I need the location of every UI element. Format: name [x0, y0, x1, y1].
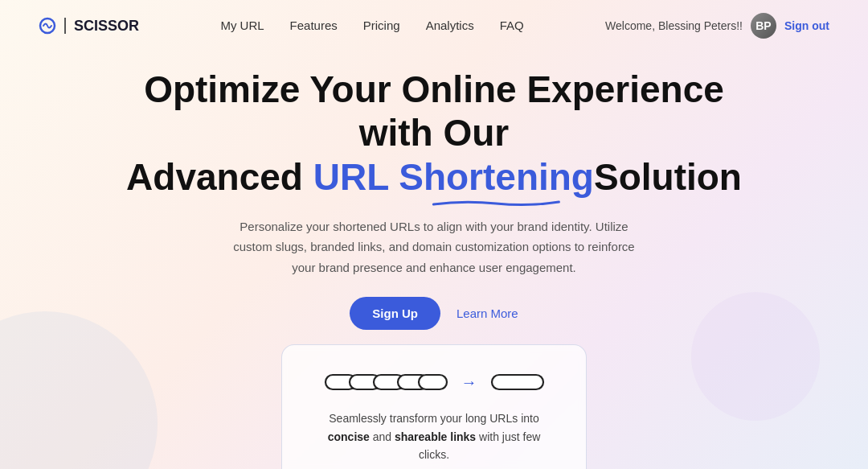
long-chain: [324, 369, 448, 395]
nav-links: My URL Features Pricing Analytics FAQ: [220, 19, 523, 33]
chain-svg-long: [324, 369, 448, 395]
logo-icon: [39, 17, 56, 35]
avatar-image: BP: [751, 13, 776, 39]
nav-pricing[interactable]: Pricing: [363, 19, 400, 32]
welcome-text: Welcome, Blessing Peters!!: [605, 19, 743, 32]
arrow-icon: →: [461, 373, 477, 392]
navbar: SCISSOR My URL Features Pricing Analytic…: [0, 0, 868, 51]
title-url: URL: [313, 156, 399, 198]
nav-faq[interactable]: FAQ: [500, 19, 524, 32]
signout-button[interactable]: Sign out: [784, 19, 829, 32]
logo[interactable]: SCISSOR: [39, 17, 139, 35]
card-description: Seamlessly transform your long URLs into…: [314, 409, 554, 463]
hero-subtitle: Personalize your shortened URLs to align…: [225, 216, 643, 278]
hero-title-line1: Optimize Your Online Experience with Our: [113, 68, 755, 155]
svg-rect-6: [492, 375, 543, 389]
nav-my-url[interactable]: My URL: [220, 19, 264, 32]
hero-card: → Seamlessly transform your long URLs in…: [281, 344, 587, 469]
hero-title-line2: Advanced URL Shortening Solution: [126, 155, 742, 199]
signup-button[interactable]: Sign Up: [350, 297, 440, 330]
nav-right: Welcome, Blessing Peters!! BP Sign out: [605, 13, 829, 39]
chain-svg-short: [490, 369, 545, 395]
logo-text: SCISSOR: [74, 18, 139, 35]
underline-decoration: [399, 199, 594, 207]
hero-buttons: Sign Up Learn More: [350, 297, 518, 330]
hero-section: Optimize Your Online Experience with Our…: [0, 51, 868, 469]
short-chain: [490, 369, 545, 395]
link-graphic: →: [324, 369, 545, 395]
nav-features[interactable]: Features: [290, 19, 338, 32]
logo-divider: [64, 18, 66, 34]
learnmore-button[interactable]: Learn More: [457, 306, 518, 320]
title-shortening: Shortening: [399, 155, 594, 199]
title-advanced: Advanced: [126, 156, 313, 198]
avatar: BP: [751, 13, 776, 39]
title-solution: Solution: [594, 156, 742, 198]
svg-rect-5: [419, 375, 447, 389]
nav-analytics[interactable]: Analytics: [426, 19, 474, 32]
